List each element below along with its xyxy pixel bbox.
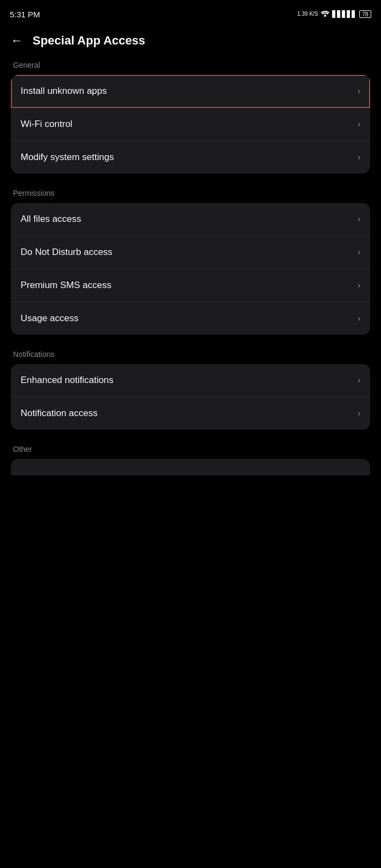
back-button[interactable]: ← bbox=[11, 34, 23, 48]
chevron-icon-premium-sms-access: › bbox=[358, 280, 360, 290]
card-other bbox=[11, 459, 370, 475]
section-notifications: NotificationsEnhanced notifications›Noti… bbox=[11, 350, 370, 430]
header: ← Special App Access bbox=[0, 26, 381, 55]
list-item-all-files-access[interactable]: All files access› bbox=[11, 203, 370, 236]
list-item-enhanced-notifications[interactable]: Enhanced notifications› bbox=[11, 364, 370, 397]
section-other: Other bbox=[11, 445, 370, 475]
chevron-icon-wifi-control: › bbox=[358, 119, 360, 129]
list-item-label-modify-system-settings: Modify system settings bbox=[21, 152, 114, 163]
list-item-wifi-control[interactable]: Wi-Fi control› bbox=[11, 108, 370, 141]
list-item-install-unknown-apps[interactable]: Install unknown apps› bbox=[11, 75, 370, 108]
list-item-label-all-files-access: All files access bbox=[21, 214, 81, 225]
chevron-icon-enhanced-notifications: › bbox=[358, 375, 360, 385]
battery-icon: 78 bbox=[359, 10, 371, 18]
list-item-label-notification-access: Notification access bbox=[21, 408, 98, 419]
section-label-notifications: Notifications bbox=[11, 350, 370, 359]
wifi-icon bbox=[321, 10, 329, 18]
list-item-do-not-disturb-access[interactable]: Do Not Disturb access› bbox=[11, 236, 370, 269]
list-item-label-usage-access: Usage access bbox=[21, 313, 79, 324]
section-label-permissions: Permissions bbox=[11, 189, 370, 197]
list-item-label-enhanced-notifications: Enhanced notifications bbox=[21, 375, 113, 386]
card-permissions: All files access›Do Not Disturb access›P… bbox=[11, 203, 370, 335]
list-item-premium-sms-access[interactable]: Premium SMS access› bbox=[11, 269, 370, 302]
chevron-icon-all-files-access: › bbox=[358, 214, 360, 224]
chevron-icon-do-not-disturb-access: › bbox=[358, 247, 360, 257]
chevron-icon-usage-access: › bbox=[358, 314, 360, 323]
card-general: Install unknown apps›Wi-Fi control›Modif… bbox=[11, 75, 370, 174]
page-title: Special App Access bbox=[33, 34, 145, 48]
network-speed-icon: 1.39 K/S bbox=[297, 11, 318, 17]
list-item-label-install-unknown-apps: Install unknown apps bbox=[21, 86, 107, 97]
list-item-label-do-not-disturb-access: Do Not Disturb access bbox=[21, 247, 112, 258]
list-item-modify-system-settings[interactable]: Modify system settings› bbox=[11, 141, 370, 174]
status-icons: 1.39 K/S ▋▋▋▋▋ 78 bbox=[297, 10, 371, 18]
chevron-icon-install-unknown-apps: › bbox=[358, 86, 360, 96]
list-item-usage-access[interactable]: Usage access› bbox=[11, 302, 370, 335]
chevron-icon-modify-system-settings: › bbox=[358, 152, 360, 162]
chevron-icon-notification-access: › bbox=[358, 409, 360, 418]
list-item-notification-access[interactable]: Notification access› bbox=[11, 397, 370, 430]
list-item-label-premium-sms-access: Premium SMS access bbox=[21, 280, 111, 291]
section-label-other: Other bbox=[11, 445, 370, 454]
section-permissions: PermissionsAll files access›Do Not Distu… bbox=[11, 189, 370, 335]
status-bar: 5:31 PM 1.39 K/S ▋▋▋▋▋ 78 bbox=[0, 0, 381, 26]
section-label-general: General bbox=[11, 61, 370, 69]
list-item-label-wifi-control: Wi-Fi control bbox=[21, 119, 72, 130]
status-time: 5:31 PM bbox=[10, 10, 40, 19]
card-notifications: Enhanced notifications›Notification acce… bbox=[11, 364, 370, 430]
content: GeneralInstall unknown apps›Wi-Fi contro… bbox=[0, 55, 381, 501]
section-general: GeneralInstall unknown apps›Wi-Fi contro… bbox=[11, 61, 370, 174]
signal-icon: ▋▋▋▋▋ bbox=[332, 10, 357, 18]
